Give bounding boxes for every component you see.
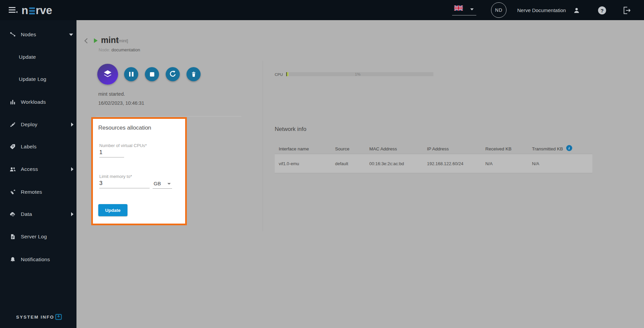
bell-icon bbox=[9, 256, 16, 263]
sidebar-item-notifications[interactable]: Notifications bbox=[0, 253, 76, 266]
chevron-down-icon bbox=[167, 183, 171, 185]
panel-title: Resources allocation bbox=[98, 125, 151, 131]
stop-button[interactable] bbox=[145, 67, 159, 81]
help-button[interactable]: ? bbox=[598, 6, 606, 15]
sidebar-item-labels[interactable]: Labels bbox=[0, 140, 76, 153]
cpu-meter-label: CPU bbox=[275, 73, 283, 77]
back-button[interactable] bbox=[83, 38, 91, 45]
logo-text-suffix: rve bbox=[36, 5, 52, 16]
vertical-divider bbox=[263, 61, 263, 231]
sidebar-item-update-log[interactable]: Update Log bbox=[0, 73, 76, 86]
status-running-icon bbox=[94, 38, 98, 43]
horizontal-divider bbox=[96, 116, 241, 116]
table-row: vif1.0-emu default 00:16:3e:2c:ac:bd 192… bbox=[275, 154, 592, 173]
logo-text-prefix: n bbox=[21, 5, 28, 16]
node-name: documentation bbox=[111, 47, 140, 52]
network-table: Interface name Source MAC Address IP Add… bbox=[275, 144, 592, 173]
column-header: Interface name bbox=[275, 146, 331, 151]
logout-icon bbox=[623, 6, 631, 14]
restart-button[interactable] bbox=[166, 67, 180, 81]
sidebar-item-update[interactable]: Update bbox=[0, 50, 76, 64]
top-bar: n rve ND Nerve Documentation bbox=[0, 0, 644, 20]
trash-icon bbox=[190, 71, 197, 78]
delete-button[interactable] bbox=[186, 67, 201, 81]
logo-e-bars-icon bbox=[29, 7, 35, 14]
sidebar-item-remotes[interactable]: Remotes bbox=[0, 185, 76, 199]
page-title: mint bbox=[101, 35, 119, 45]
user-name: Nerve Documentation bbox=[517, 0, 566, 20]
limit-memory-label: Limit memory to* bbox=[99, 174, 132, 179]
menu-toggle-icon[interactable] bbox=[9, 7, 17, 13]
column-header: MAC Address bbox=[365, 146, 423, 151]
limit-memory-input[interactable] bbox=[99, 180, 150, 188]
virtual-cpus-input[interactable] bbox=[99, 149, 124, 157]
pause-icon bbox=[129, 72, 133, 77]
cell-transmitted-kb: N/A bbox=[528, 161, 592, 166]
language-select[interactable] bbox=[452, 4, 476, 15]
column-header: IP Address bbox=[423, 146, 481, 151]
cpu-meter-value: 1% bbox=[355, 72, 361, 76]
layers-icon bbox=[100, 66, 115, 82]
sidebar-item-server-log[interactable]: Server Log bbox=[0, 230, 76, 243]
sidebar-item-workloads[interactable]: Workloads bbox=[0, 95, 76, 109]
cell-mac-address: 00:16:3e:2c:ac:bd bbox=[365, 161, 423, 166]
workload-type-badge bbox=[97, 64, 118, 85]
chevron-right-icon bbox=[71, 167, 73, 171]
remote-icon bbox=[9, 189, 16, 195]
person-icon bbox=[573, 7, 580, 14]
column-header: Transmitted KB i bbox=[528, 146, 592, 152]
status-message: mint started. bbox=[98, 91, 125, 97]
pause-button[interactable] bbox=[124, 67, 138, 81]
system-info-button[interactable]: SYSTEM INFO bbox=[0, 310, 76, 324]
workloads-icon bbox=[9, 99, 16, 105]
sidebar: Nodes Update Update Log Workloads Deploy bbox=[0, 20, 76, 328]
cell-source: default bbox=[331, 161, 365, 166]
node-label: Node: bbox=[99, 47, 110, 52]
rocket-icon bbox=[9, 121, 16, 128]
memory-unit-value: GB bbox=[154, 181, 161, 186]
sidebar-item-access[interactable]: Access bbox=[0, 162, 76, 176]
column-header: Source bbox=[331, 146, 365, 151]
virtual-cpus-label: Number of virtual CPUs* bbox=[99, 143, 147, 148]
tag-icon bbox=[9, 143, 16, 150]
language-flag-uk-icon bbox=[454, 5, 463, 11]
column-header: Received KB bbox=[481, 146, 528, 151]
chevron-down-icon bbox=[69, 34, 73, 36]
restart-icon bbox=[169, 70, 177, 78]
cloud-database-icon bbox=[9, 211, 16, 218]
nodes-icon bbox=[9, 31, 16, 38]
chevron-left-icon bbox=[85, 38, 90, 44]
app-root: n rve ND Nerve Documentation bbox=[0, 0, 644, 328]
avatar-initials: ND bbox=[495, 7, 502, 13]
cell-ip-address: 192.168.122.60/24 bbox=[423, 161, 481, 166]
document-icon bbox=[9, 233, 16, 240]
chevron-right-icon bbox=[71, 212, 73, 216]
users-icon bbox=[9, 166, 16, 173]
workload-tag: [mint] bbox=[117, 38, 128, 43]
cell-received-kb: N/A bbox=[481, 161, 528, 166]
cpu-meter-fill bbox=[287, 72, 288, 76]
memory-unit-select[interactable]: GB bbox=[153, 180, 172, 189]
stop-icon bbox=[150, 72, 154, 77]
download-icon bbox=[54, 313, 63, 321]
info-icon[interactable]: i bbox=[566, 145, 572, 151]
sidebar-item-nodes[interactable]: Nodes bbox=[0, 28, 76, 41]
help-icon: ? bbox=[598, 6, 606, 14]
profile-button[interactable] bbox=[572, 6, 581, 15]
chevron-right-icon bbox=[71, 123, 73, 127]
network-info-title: Network info bbox=[275, 126, 306, 133]
resources-allocation-panel: Resources allocation Number of virtual C… bbox=[91, 117, 187, 225]
avatar[interactable]: ND bbox=[491, 2, 506, 18]
node-subtitle: Node: documentation bbox=[99, 47, 140, 52]
update-button[interactable]: Update bbox=[98, 204, 127, 216]
nerve-logo[interactable]: n rve bbox=[21, 3, 52, 17]
cell-interface-name: vif1.0-emu bbox=[275, 161, 331, 166]
table-header-row: Interface name Source MAC Address IP Add… bbox=[275, 144, 592, 154]
chevron-down-icon bbox=[470, 8, 474, 10]
sidebar-item-data[interactable]: Data bbox=[0, 207, 76, 221]
status-timestamp: 16/02/2023, 10:46:31 bbox=[98, 100, 144, 106]
sidebar-item-deploy[interactable]: Deploy bbox=[0, 118, 76, 131]
logout-button[interactable] bbox=[623, 6, 631, 15]
